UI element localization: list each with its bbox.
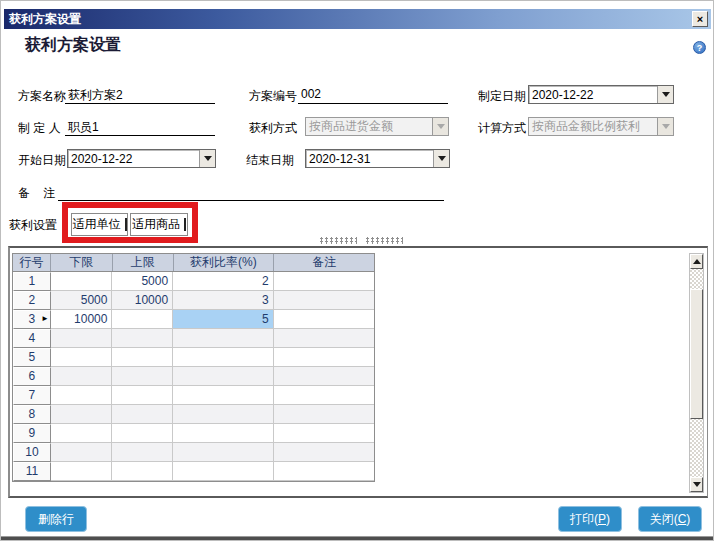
tab-label: 适用商品 (132, 216, 180, 233)
titlebar[interactable]: 获利方案设置 × (4, 9, 711, 29)
print-button[interactable]: 打印(P) (558, 506, 622, 532)
cell-lower[interactable] (51, 462, 113, 481)
calc-method-value: 按商品金额比例获利 (529, 118, 657, 135)
scrollbar-thumb[interactable] (690, 289, 703, 419)
delete-row-button[interactable]: 删除行 (25, 506, 87, 532)
cell-lower[interactable] (51, 443, 113, 462)
cell-upper[interactable] (112, 329, 173, 348)
col-header-lower[interactable]: 下限 (51, 254, 113, 271)
cell-remark[interactable] (274, 310, 374, 329)
cell-rate[interactable]: 5 (173, 310, 273, 329)
cell-rate[interactable]: 2 (173, 272, 273, 291)
cell-lower[interactable] (51, 386, 113, 405)
start-date-select[interactable]: 2020-12-22 (67, 149, 216, 168)
cell-upper[interactable]: 5000 (112, 272, 173, 291)
table-row: 150002 (13, 272, 374, 291)
cell-upper[interactable] (112, 367, 173, 386)
cell-lower[interactable] (51, 348, 113, 367)
table-row: 7 (13, 386, 374, 405)
cell-rate[interactable] (173, 424, 273, 443)
table-row: 5 (13, 348, 374, 367)
table-row: 4 (13, 329, 374, 348)
cell-rate[interactable] (173, 443, 273, 462)
help-icon[interactable]: ? (693, 41, 706, 54)
grid-body: 150002250001000033►1000054567891011 (13, 272, 374, 481)
cell-remark[interactable] (274, 272, 374, 291)
cell-lower[interactable] (51, 272, 113, 291)
chevron-down-icon[interactable] (433, 150, 449, 167)
cell-lower[interactable]: 5000 (51, 291, 113, 310)
page-title: 获利方案设置 (25, 35, 121, 56)
cell-upper[interactable] (112, 405, 173, 424)
cell-remark[interactable] (274, 348, 374, 367)
close-dialog-button[interactable]: 关闭(C) (638, 506, 702, 532)
cell-remark[interactable] (274, 462, 374, 481)
cell-upper[interactable] (112, 462, 173, 481)
cell-rate[interactable] (173, 405, 273, 424)
vertical-scrollbar[interactable] (689, 253, 704, 493)
cell-remark[interactable] (274, 424, 374, 443)
col-header-remark[interactable]: 备注 (274, 254, 374, 271)
cell-lower[interactable] (51, 329, 113, 348)
plan-no-input[interactable]: 002 (298, 86, 448, 104)
row-number-cell[interactable]: 11 (13, 462, 51, 481)
start-date-value: 2020-12-22 (68, 152, 199, 166)
tab-applicable-goods[interactable]: 适用商品 (130, 213, 188, 236)
close-button[interactable]: × (692, 11, 708, 27)
cell-upper[interactable]: 10000 (112, 291, 173, 310)
cell-remark[interactable] (274, 443, 374, 462)
end-date-select[interactable]: 2020-12-31 (305, 149, 450, 168)
cell-rate[interactable] (173, 348, 273, 367)
chevron-down-icon[interactable] (199, 150, 215, 167)
cell-remark[interactable] (274, 386, 374, 405)
cell-rate[interactable] (173, 329, 273, 348)
tab-separator (125, 218, 127, 231)
make-date-select[interactable]: 2020-12-22 (528, 85, 674, 104)
maker-label: 制 定 人 (18, 120, 61, 137)
cell-upper[interactable] (112, 310, 173, 329)
row-number-cell[interactable]: 10 (13, 443, 51, 462)
maker-input[interactable]: 职员1 (65, 118, 215, 136)
plan-name-input[interactable]: 获利方案2 (65, 86, 215, 104)
cell-lower[interactable] (51, 424, 113, 443)
row-number-cell[interactable]: 7 (13, 386, 51, 405)
cell-upper[interactable] (112, 348, 173, 367)
cell-rate[interactable]: 3 (173, 291, 273, 310)
cell-lower[interactable] (51, 405, 113, 424)
cell-rate[interactable] (173, 462, 273, 481)
tab-applicable-units[interactable]: 适用单位 (71, 213, 128, 236)
cell-remark[interactable] (274, 367, 374, 386)
remark-input[interactable] (58, 183, 444, 201)
col-header-rownum[interactable]: 行号 (13, 254, 51, 271)
cell-rate[interactable] (173, 386, 273, 405)
scroll-up-icon[interactable] (690, 254, 703, 269)
row-number-cell[interactable]: 4 (13, 329, 51, 348)
start-date-label: 开始日期 (18, 152, 66, 169)
cell-upper[interactable] (112, 386, 173, 405)
cell-upper[interactable] (112, 424, 173, 443)
drag-handle[interactable] (365, 237, 403, 244)
end-date-label: 结束日期 (246, 152, 294, 169)
row-number-cell[interactable]: 3► (13, 310, 51, 329)
cell-lower[interactable]: 10000 (51, 310, 113, 329)
scroll-down-icon[interactable] (690, 477, 703, 492)
drag-handle[interactable] (319, 237, 357, 244)
chevron-down-icon[interactable] (657, 86, 673, 103)
col-header-rate[interactable]: 获利比率(%) (174, 254, 275, 271)
cell-remark[interactable] (274, 291, 374, 310)
cell-remark[interactable] (274, 329, 374, 348)
row-number-cell[interactable]: 2 (13, 291, 51, 310)
cell-upper[interactable] (112, 443, 173, 462)
cell-lower[interactable] (51, 367, 113, 386)
tab-label: 适用单位 (73, 216, 121, 233)
cell-remark[interactable] (274, 405, 374, 424)
row-number-cell[interactable]: 1 (13, 272, 51, 291)
row-number-cell[interactable]: 9 (13, 424, 51, 443)
row-number-cell[interactable]: 8 (13, 405, 51, 424)
table-row: 10 (13, 443, 374, 462)
col-header-upper[interactable]: 上限 (113, 254, 174, 271)
row-number-cell[interactable]: 6 (13, 367, 51, 386)
table-row: 6 (13, 367, 374, 386)
cell-rate[interactable] (173, 367, 273, 386)
row-number-cell[interactable]: 5 (13, 348, 51, 367)
